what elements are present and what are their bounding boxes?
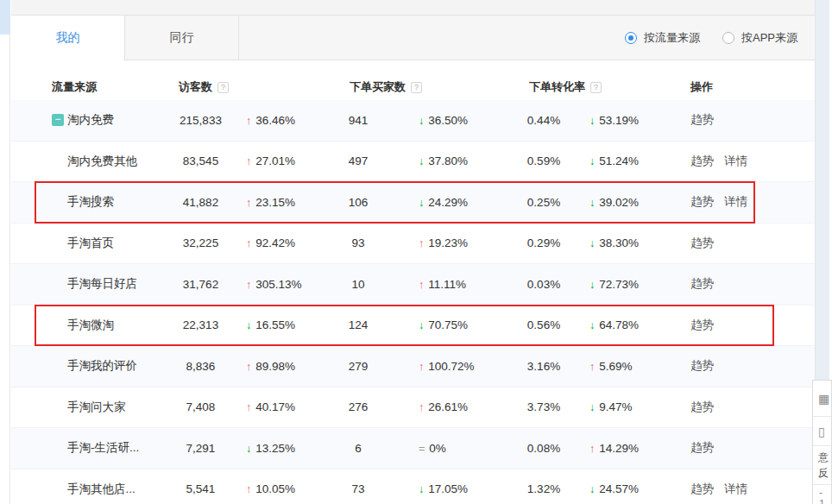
source-cell: 手淘问大家 [11, 400, 168, 415]
radio-by-app-source[interactable]: 按APP来源 [722, 30, 797, 46]
change-value: 26.61% [428, 400, 468, 413]
trend-arrow-icon: ↑ [246, 483, 251, 495]
conversion-change-cell: ↓53.19% [574, 114, 679, 127]
conversion-change-cell: ↓39.02% [574, 196, 679, 209]
visitors-cell: 83,545 [168, 154, 233, 167]
table-row: 淘内免费其他 83,545 ↑27.01% 497 ↓37.80% 0.59% … [11, 142, 815, 183]
table-body: − 淘内免费 215,833 ↑36.46% 941 ↓36.50% 0.44%… [11, 100, 815, 504]
trend-link[interactable]: 趋势 [690, 441, 714, 454]
change-value: 92.42% [255, 236, 295, 249]
trend-arrow-icon: ↓ [419, 319, 424, 331]
buyers-cell: 106 [337, 196, 380, 209]
trend-arrow-icon: ↑ [246, 401, 251, 413]
change-value: 51.24% [599, 154, 639, 167]
conversion-change-cell: ↓72.73% [574, 278, 679, 291]
buyers-cell: 73 [337, 482, 380, 495]
radio-icon[interactable] [722, 32, 734, 44]
trend-link[interactable]: 趋势 [690, 154, 714, 167]
radio-icon[interactable] [625, 32, 637, 44]
change-value: 10.05% [255, 482, 295, 495]
change-value: 38.30% [599, 236, 639, 249]
trend-link[interactable]: 趋势 [690, 195, 714, 208]
visitors-cell: 5,541 [168, 482, 233, 495]
source-cell: − 淘内免费 [11, 112, 168, 128]
trend-link[interactable]: 趋势 [690, 277, 714, 290]
actions-cell: 趋势 [679, 400, 815, 415]
qr-grid-icon[interactable]: ▦ [813, 381, 831, 417]
conversion-cell: 3.73% [514, 400, 574, 413]
detail-link[interactable]: 详情 [724, 195, 747, 208]
feedback-char: 意 [818, 450, 831, 465]
visitors-change-cell: ↓13.25% [233, 442, 337, 455]
source-cell: 手淘其他店... [11, 482, 168, 497]
buyers-cell: 6 [337, 442, 380, 455]
radio-label: 按流量来源 [644, 30, 700, 46]
source-cell: 手淘微淘 [11, 318, 168, 333]
conversion-change-cell: ↓51.24% [574, 154, 679, 167]
phone-icon[interactable]: ▯ [813, 417, 831, 446]
conversion-cell: 0.08% [514, 442, 574, 455]
feedback-link[interactable]: 意 反 [813, 446, 831, 485]
trend-arrow-icon: ↓ [246, 443, 251, 455]
change-value: 5.69% [599, 360, 632, 373]
tab-my[interactable]: 我的 [11, 16, 125, 61]
change-value: 16.55% [255, 318, 295, 331]
change-value: 17.05% [428, 482, 468, 495]
help-icon[interactable]: ? [590, 82, 602, 93]
help-icon[interactable]: ? [217, 82, 229, 93]
detail-link[interactable]: 详情 [724, 154, 747, 167]
change-value: 9.47% [599, 400, 632, 413]
visitors-change-cell: ↑27.01% [233, 154, 337, 167]
left-rail-highlight [0, 0, 10, 35]
help-icon[interactable]: ? [411, 82, 422, 93]
radio-by-traffic-source[interactable]: 按流量来源 [625, 30, 700, 46]
trend-arrow-icon: ↓ [589, 155, 595, 167]
trend-arrow-icon: ↑ [419, 361, 424, 373]
source-label: 手淘每日好店 [67, 277, 137, 290]
visitors-cell: 7,408 [168, 400, 233, 413]
actions-cell: 趋势 [679, 318, 815, 333]
buyers-cell: 941 [337, 114, 380, 127]
change-value: 11.11% [428, 278, 466, 291]
buyers-change-cell: ↓37.80% [380, 154, 514, 167]
buyers-cell: 124 [337, 318, 380, 331]
change-value: 24.29% [428, 196, 468, 209]
trend-link[interactable]: 趋势 [690, 400, 714, 413]
trend-arrow-icon: ↑ [246, 115, 251, 127]
detail-link[interactable]: 详情 [724, 482, 747, 495]
trend-link[interactable]: 趋势 [690, 113, 714, 126]
trend-arrow-icon: ↑ [246, 279, 251, 291]
trend-arrow-icon: ↓ [589, 237, 595, 249]
actions-cell: 趋势 [679, 358, 815, 374]
buyers-change-cell: ↓70.75% [380, 318, 514, 331]
column-header-buyers: 下单买家数? [337, 79, 514, 95]
trend-link[interactable]: 趋势 [690, 482, 714, 495]
table-row: 手淘首页 32,225 ↑92.42% 93 ↑19.23% 0.29% ↓38… [11, 224, 815, 265]
change-value: 13.25% [255, 442, 295, 455]
trend-arrow-icon: ↑ [419, 237, 424, 249]
trend-link[interactable]: 趋势 [690, 236, 714, 249]
trend-arrow-icon: ↓ [246, 319, 251, 331]
source-cell: 淘内免费其他 [11, 154, 168, 169]
buyers-change-cell: ↓17.05% [380, 482, 514, 495]
change-value: 89.98% [255, 360, 295, 373]
visitors-change-cell: ↑305.13% [233, 278, 337, 291]
visitors-change-cell: ↓16.55% [233, 318, 337, 331]
column-header-visitors: 访客数? [168, 79, 337, 95]
trend-link[interactable]: 趋势 [690, 359, 714, 372]
conversion-change-cell: ↑14.29% [574, 442, 679, 455]
buyers-change-cell: ↑19.23% [380, 236, 514, 249]
trend-link[interactable]: 趋势 [690, 318, 714, 331]
change-value: 14.29% [599, 442, 639, 455]
radio-label: 按APP来源 [741, 30, 797, 46]
table-row: 手淘我的评价 8,836 ↑89.98% 279 ↑100.72% 3.16% … [11, 346, 815, 387]
column-header-conversion: 下单转化率? [514, 79, 679, 95]
actions-cell: 趋势详情 [679, 482, 815, 497]
collapse-icon[interactable]: − [52, 114, 64, 126]
top-strip [11, 0, 815, 16]
sidebar-misc[interactable]: - 1 [813, 485, 831, 504]
trend-arrow-icon: ↑ [419, 279, 424, 291]
tab-peers[interactable]: 同行 [125, 16, 239, 60]
source-mode-radio-group: 按流量来源 按APP来源 [625, 16, 797, 60]
conversion-cell: 0.25% [514, 196, 574, 209]
